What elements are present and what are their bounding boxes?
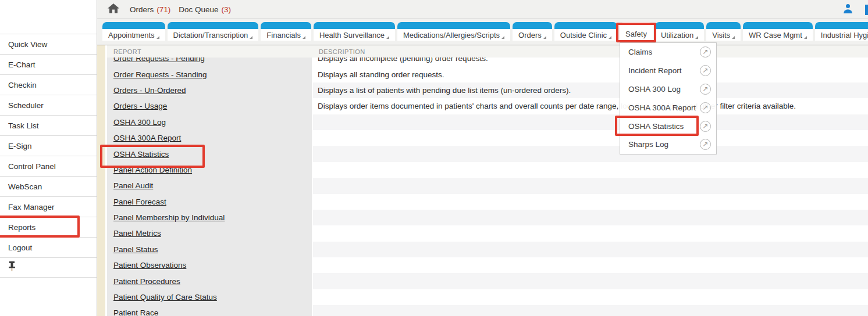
report-link-patient-race[interactable]: Patient Race	[113, 308, 158, 316]
table-row: Panel Forecast	[107, 194, 868, 210]
tab-visits[interactable]: Visits	[706, 22, 741, 41]
menu-item-label: Sharps Log	[628, 140, 700, 149]
report-link-panel-metrics[interactable]: Panel Metrics	[113, 229, 161, 238]
menu-item-osha-statistics[interactable]: OSHA Statistics↗	[620, 117, 716, 135]
tab-wr-case-mgmt[interactable]: WR Case Mgmt	[743, 22, 813, 41]
tab-accent-strip	[397, 22, 510, 29]
table-rows: Order Requests - PendingDisplays all inc…	[107, 51, 868, 316]
tab-label: Health Surveillance	[319, 31, 385, 40]
report-link-osha-300a-report[interactable]: OSHA 300A Report	[113, 134, 181, 142]
tab-label-wrap: Appointments	[102, 29, 165, 41]
menu-item-sharps-log[interactable]: Sharps Log↗	[620, 135, 716, 154]
sidebar-item-quick-view[interactable]: Quick View	[0, 34, 97, 54]
report-link-orders-usage[interactable]: Orders - Usage	[113, 102, 167, 110]
menu-item-incident-report[interactable]: Incident Report↗	[620, 62, 716, 80]
report-link-panel-status[interactable]: Panel Status	[113, 245, 158, 254]
report-link-patient-quality-of-care-status[interactable]: Patient Quality of Care Status	[113, 293, 217, 301]
sidebar-item-label: Logout	[8, 243, 32, 252]
tab-label-wrap: Health Surveillance	[314, 29, 395, 41]
sidebar-item-fax-manager[interactable]: Fax Manager	[0, 196, 97, 217]
open-report-icon[interactable]: ↗	[700, 121, 711, 132]
tab-medications-allergies-scripts[interactable]: Medications/Allergies/Scripts	[397, 22, 510, 41]
sidebar-item-label: Scheduler	[8, 101, 44, 110]
menu-item-label: OSHA 300 Log	[628, 85, 700, 94]
tab-label: Outside Clinic	[560, 31, 607, 40]
report-link-panel-membership-by-individual[interactable]: Panel Membership by Individual	[113, 213, 225, 222]
description-cell	[313, 257, 868, 273]
tab-label: Visits	[712, 31, 730, 40]
sidebar-item-task-list[interactable]: Task List	[0, 115, 97, 135]
menu-item-claims[interactable]: Claims↗	[620, 43, 716, 62]
user-icon[interactable]	[843, 3, 853, 16]
description-cell	[313, 114, 868, 130]
menu-item-osha-300a-report[interactable]: OSHA 300A Report↗	[620, 98, 716, 117]
tab-safety[interactable]: Safety	[620, 22, 653, 45]
table-row: Order Requests - StandingDisplays all st…	[107, 66, 868, 82]
report-table: REPORT DESCRIPTION Order Requests - Pend…	[107, 45, 868, 316]
tab-health-surveillance[interactable]: Health Surveillance	[314, 22, 395, 41]
nav-tab-doc-queue[interactable]: Doc Queue (3)	[179, 5, 231, 14]
report-link-order-requests-standing[interactable]: Order Requests - Standing	[113, 70, 207, 79]
report-cell: Panel Forecast	[107, 194, 313, 210]
sidebar-item-reports[interactable]: Reports	[0, 217, 97, 237]
sidebar-item-checkin[interactable]: Checkin	[0, 74, 97, 95]
open-report-icon[interactable]: ↗	[700, 46, 711, 58]
description-cell: Displays a list of patients with pending…	[313, 82, 868, 98]
report-cell: Orders - Un-Ordered	[107, 82, 313, 98]
menu-item-osha-300-log[interactable]: OSHA 300 Log↗	[620, 80, 716, 99]
report-link-patient-procedures[interactable]: Patient Procedures	[113, 277, 180, 286]
report-cell: Patient Race	[107, 305, 313, 316]
menu-item-label: Incident Report	[628, 66, 700, 75]
sidebar-item-logout[interactable]: Logout	[0, 237, 97, 257]
description-cell	[313, 210, 868, 225]
report-link-patient-observations[interactable]: Patient Observations	[113, 261, 186, 270]
tab-accent-strip	[513, 22, 552, 29]
report-link-osha-statistics[interactable]: OSHA Statistics	[113, 150, 169, 159]
description-cell	[313, 194, 868, 210]
tab-label-wrap: Safety	[620, 22, 653, 45]
report-link-panel-action-definition[interactable]: Panel Action Definition	[113, 166, 192, 174]
sidebar-item-e-sign[interactable]: E-Sign	[0, 135, 97, 156]
open-report-icon[interactable]: ↗	[700, 65, 711, 76]
home-button[interactable]	[108, 3, 119, 16]
report-link-osha-300-log[interactable]: OSHA 300 Log	[113, 118, 166, 127]
sidebar-item-label: E-Sign	[8, 142, 32, 150]
sidebar-item-webscan[interactable]: WebScan	[0, 176, 97, 196]
tab-label-wrap: Financials	[261, 29, 311, 41]
table-row: Panel Metrics	[107, 225, 868, 241]
tab-utilization[interactable]: Utilization	[655, 22, 704, 41]
description-cell	[313, 242, 868, 257]
content-area: REPORT DESCRIPTION Order Requests - Pend…	[97, 45, 868, 316]
report-link-orders-un-ordered[interactable]: Orders - Un-Ordered	[113, 86, 186, 95]
tab-label: Safety	[625, 30, 647, 38]
tab-dictation-transcription[interactable]: Dictation/Transcription	[168, 22, 259, 41]
sidebar-item-scheduler[interactable]: Scheduler	[0, 95, 97, 115]
app-window: Quick ViewE-ChartCheckinSchedulerTask Li…	[0, 0, 868, 316]
tab-orders[interactable]: Orders	[513, 22, 552, 41]
sidebar-pin-button[interactable]	[0, 257, 97, 278]
tab-accent-strip	[168, 22, 259, 29]
open-report-icon[interactable]: ↗	[700, 84, 711, 95]
table-row: Patient Race	[107, 305, 868, 316]
table-row: OSHA 300 Log	[107, 114, 868, 130]
tab-accent-strip	[314, 22, 395, 29]
tab-label-wrap: Dictation/Transcription	[168, 29, 259, 41]
description-cell: Displays order items documented in patie…	[313, 98, 868, 114]
tab-industrial-hygiene[interactable]: Industrial Hygiene	[815, 22, 868, 41]
table-row: Panel Membership by Individual	[107, 210, 868, 225]
report-link-panel-forecast[interactable]: Panel Forecast	[113, 198, 166, 206]
tab-appointments[interactable]: Appointments	[102, 22, 165, 41]
report-cell: Patient Quality of Care Status	[107, 289, 313, 305]
nav-tab-orders[interactable]: Orders (71)	[130, 5, 170, 14]
open-report-icon[interactable]: ↗	[700, 102, 711, 113]
open-report-icon[interactable]: ↗	[700, 139, 711, 150]
tab-label: Orders	[518, 31, 542, 40]
tab-label: Financials	[266, 31, 301, 40]
tab-financials[interactable]: Financials	[261, 22, 311, 41]
sidebar-item-control-panel[interactable]: Control Panel	[0, 156, 97, 176]
sidebar-item-e-chart[interactable]: E-Chart	[0, 54, 97, 74]
report-link-panel-audit[interactable]: Panel Audit	[113, 181, 153, 190]
tab-outside-clinic[interactable]: Outside Clinic	[554, 22, 617, 41]
description-cell	[313, 178, 868, 193]
column-header-report: REPORT	[107, 48, 314, 55]
